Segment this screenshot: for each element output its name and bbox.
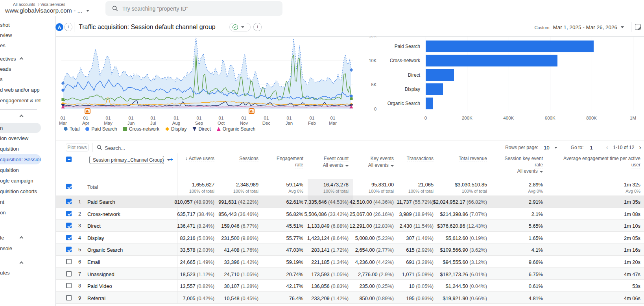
row-number: 9 bbox=[73, 295, 81, 301]
pagination-range: 1-10 of 12 bbox=[613, 145, 634, 150]
y-axis-label: 15K bbox=[353, 37, 376, 38]
sidebar-item[interactable]: nt bbox=[0, 197, 41, 207]
sidebar-item[interactable] bbox=[0, 111, 41, 121]
table-cell: 2m 05s bbox=[522, 235, 640, 241]
row-checkbox[interactable] bbox=[66, 199, 72, 204]
header-divider-2 bbox=[631, 22, 631, 32]
legend-label: Display bbox=[171, 126, 186, 132]
table-cell: 1m 10s bbox=[522, 223, 640, 229]
sidebar-item[interactable]: n bbox=[0, 123, 41, 133]
row-checkbox[interactable] bbox=[66, 283, 72, 288]
sidebar-item[interactable]: es bbox=[0, 40, 41, 50]
sidebar-item[interactable]: ion overview bbox=[0, 133, 41, 143]
bar[interactable] bbox=[426, 98, 433, 109]
sidebar-item[interactable]: utes bbox=[0, 267, 41, 278]
sidebar-item[interactable]: rview bbox=[0, 30, 41, 40]
x-axis-label: 01Mar bbox=[56, 116, 72, 126]
rows-per-page-value[interactable]: 10 bbox=[544, 145, 549, 151]
row-checkbox[interactable] bbox=[66, 223, 72, 228]
prev-page-icon[interactable]: ‹ bbox=[606, 144, 609, 151]
sidebar-item[interactable]: nsole bbox=[0, 243, 41, 253]
row-checkbox[interactable] bbox=[66, 211, 72, 216]
sidebar-item-label: nsole bbox=[0, 245, 41, 251]
row-number: 5 bbox=[73, 247, 81, 253]
legend-label: Total bbox=[70, 126, 79, 132]
chevron-up-icon bbox=[20, 262, 24, 265]
row-checkbox[interactable] bbox=[66, 247, 72, 252]
legend-marker-square-icon bbox=[123, 127, 127, 131]
x-axis-label: 01Jun bbox=[122, 116, 140, 126]
breadcrumb-account[interactable]: Visa Services bbox=[41, 2, 65, 7]
sidebar-divider bbox=[0, 109, 37, 110]
property-name: www.globalvisacorp.com - ... bbox=[5, 7, 82, 14]
sidebar-item[interactable]: quisition cohorts bbox=[0, 186, 41, 196]
bar[interactable] bbox=[426, 41, 594, 52]
bar-x-tick-label: 0 bbox=[416, 116, 435, 120]
bar[interactable] bbox=[426, 69, 454, 81]
x-axis-label: 01Apr bbox=[76, 116, 95, 126]
next-page-icon[interactable]: › bbox=[639, 144, 641, 151]
sidebar-item[interactable]: on bbox=[0, 207, 41, 218]
add-report-button[interactable]: + bbox=[253, 23, 262, 31]
legend-marker-tri-down-icon bbox=[192, 127, 196, 131]
table-cell: 53s bbox=[522, 283, 640, 289]
sidebar-item[interactable]: cquisition: Session... bbox=[0, 154, 41, 164]
x-axis-label: 01Sep bbox=[190, 116, 209, 126]
goto-label: Go to: bbox=[571, 145, 584, 150]
sidebar-item[interactable]: shot bbox=[0, 20, 41, 30]
row-number: 1 bbox=[73, 199, 81, 205]
x-axis-label: 01Dec bbox=[257, 116, 276, 126]
sidebar-item[interactable]: d web and/or app t... bbox=[0, 85, 41, 95]
legend-item: Direct bbox=[192, 126, 210, 132]
sidebar-item-label: quisition bbox=[0, 167, 41, 173]
sidebar-item-label: shot bbox=[0, 22, 41, 28]
sidebar-item[interactable]: quisition bbox=[0, 165, 41, 175]
sidebar-item-label: utes bbox=[0, 270, 41, 276]
chevron-up-icon bbox=[20, 57, 24, 61]
row-checkbox[interactable] bbox=[66, 235, 72, 240]
sidebar-item[interactable]: ectives bbox=[0, 53, 41, 64]
row-checkbox[interactable] bbox=[66, 295, 72, 300]
search-bar[interactable]: Try searching "property ID" bbox=[105, 1, 282, 16]
legend-item: Organic Search bbox=[217, 126, 255, 132]
annotation-icon[interactable] bbox=[249, 108, 255, 114]
row-checkbox[interactable] bbox=[66, 259, 72, 264]
sidebar-divider bbox=[0, 231, 37, 231]
select-all-checkbox[interactable] bbox=[66, 157, 72, 162]
sidebar-item[interactable]: s bbox=[0, 74, 41, 84]
bar-category-label: Organic Search bbox=[369, 101, 420, 106]
bar-category-label: Direct bbox=[369, 72, 420, 78]
row-checkbox[interactable] bbox=[66, 271, 72, 277]
rows-per-page-caret-icon[interactable] bbox=[554, 147, 557, 149]
sidebar-item[interactable]: engagement & rete... bbox=[0, 95, 41, 105]
row-number: 6 bbox=[73, 259, 81, 265]
breadcrumb-all-accounts[interactable]: All accounts bbox=[13, 2, 35, 7]
table-cell: 4m 47s bbox=[522, 271, 640, 277]
notes-icon[interactable] bbox=[635, 24, 641, 30]
sidebar-nav: shotrviewesectiveseadssd web and/or app … bbox=[0, 16, 56, 306]
date-range-selector[interactable]: Custom Mar 1, 2025 - Mar 26, 2026 bbox=[535, 24, 624, 30]
report-status-pill[interactable] bbox=[229, 23, 251, 31]
column-header[interactable]: Average engagement time per activeuser bbox=[499, 156, 640, 168]
bar-x-tick-label: 1M bbox=[623, 116, 643, 120]
table-search-input[interactable]: Search... bbox=[105, 145, 125, 151]
sidebar-item[interactable]: ogle campaign bbox=[0, 175, 41, 186]
bar[interactable] bbox=[426, 55, 557, 66]
annotation-icon[interactable] bbox=[85, 108, 90, 114]
property-caret-icon bbox=[86, 10, 89, 12]
sidebar-item[interactable]: quisition bbox=[0, 144, 41, 154]
property-selector[interactable]: www.globalvisacorp.com - ... bbox=[5, 7, 89, 14]
total-row-checkbox[interactable] bbox=[66, 184, 72, 189]
legend-item: Cross-network bbox=[123, 126, 159, 132]
bar[interactable] bbox=[426, 83, 443, 95]
sidebar-item[interactable] bbox=[0, 258, 41, 268]
sidebar-item[interactable]: le bbox=[0, 232, 41, 243]
sidebar-item[interactable]: eads bbox=[0, 64, 41, 74]
plot-rows-button[interactable]: Plot rows bbox=[66, 144, 89, 151]
sidebar-item-label: ogle campaign bbox=[0, 178, 41, 184]
avatar[interactable]: A bbox=[55, 23, 63, 31]
add-user-button[interactable]: + bbox=[64, 23, 72, 31]
search-icon bbox=[112, 6, 118, 11]
goto-value[interactable]: 1 bbox=[590, 145, 592, 151]
legend-label: Organic Search bbox=[223, 126, 255, 132]
